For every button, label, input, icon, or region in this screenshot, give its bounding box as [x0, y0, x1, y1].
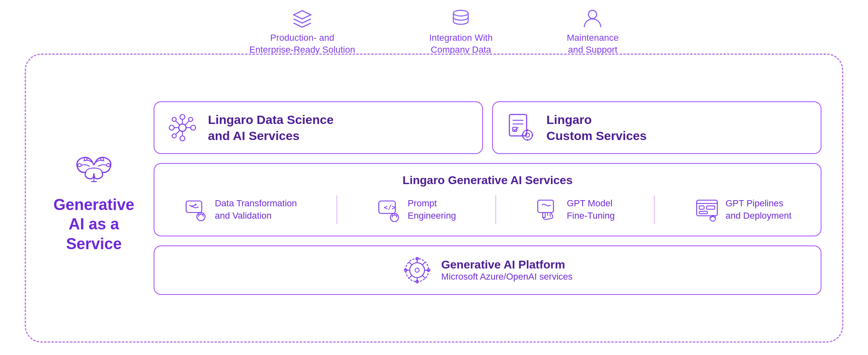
gen-ai-item-prompt: </> Prompt Engineering — [376, 197, 456, 222]
svg-line-22 — [185, 121, 189, 125]
svg-line-60 — [409, 262, 412, 265]
circuit-icon — [402, 255, 432, 285]
svg-line-21 — [176, 121, 180, 125]
svg-point-9 — [179, 124, 186, 131]
divider-2 — [495, 195, 496, 224]
top-icon-maintenance-label: Maintenance and Support — [567, 32, 618, 56]
code-icon: </> — [376, 197, 402, 222]
platform-box: Generative AI Platform Microsoft Azure/O… — [154, 245, 821, 295]
svg-point-12 — [169, 125, 174, 130]
svg-rect-50 — [699, 211, 707, 214]
svg-point-54 — [410, 263, 425, 278]
svg-rect-34 — [186, 201, 202, 213]
top-icon-integration-label: Integration With Company Data — [429, 32, 492, 56]
svg-line-23 — [176, 131, 180, 134]
svg-rect-48 — [699, 206, 704, 209]
data-science-box: Lingaro Data Science and AI Services — [154, 101, 483, 154]
touch-icon — [535, 197, 561, 222]
svg-rect-24 — [509, 114, 527, 136]
svg-point-55 — [415, 268, 419, 272]
svg-point-15 — [189, 117, 193, 121]
page-wrapper: Production- and Enterprise-Ready Solutio… — [0, 0, 868, 355]
divider-3 — [654, 195, 655, 224]
svg-line-63 — [422, 276, 425, 278]
top-icon-production-label: Production- and Enterprise-Ready Solutio… — [250, 32, 355, 56]
svg-point-11 — [180, 136, 185, 141]
network-icon — [166, 111, 199, 144]
dashboard-icon — [694, 197, 720, 222]
platform-title: Generative AI Platform — [441, 258, 572, 271]
svg-point-13 — [191, 125, 196, 130]
svg-point-3 — [78, 163, 81, 167]
gen-ai-item-finetuning-label: GPT Model Fine-Tuning — [567, 197, 615, 222]
layers-icon — [291, 7, 313, 30]
document-gear-icon — [504, 111, 537, 144]
left-label-section: Generative AI as a Service — [51, 142, 137, 254]
svg-line-61 — [422, 262, 425, 265]
svg-rect-49 — [707, 206, 715, 209]
gen-ai-item-transform-label: Data Transformation and Validation — [215, 197, 297, 222]
top-icon-production: Production- and Enterprise-Ready Solutio… — [250, 7, 355, 56]
svg-point-16 — [172, 134, 176, 138]
top-icons-row: Production- and Enterprise-Ready Solutio… — [0, 7, 868, 56]
svg-point-2 — [588, 10, 597, 19]
main-container: Generative AI as a Service — [25, 54, 843, 343]
svg-marker-0 — [294, 11, 311, 19]
right-content: Lingaro Data Science and AI Services — [154, 101, 821, 295]
svg-point-28 — [523, 130, 532, 140]
gen-ai-services-title: Lingaro Generative AI Services — [166, 174, 809, 187]
top-icon-integration: Integration With Company Data — [429, 7, 492, 56]
gen-ai-item-prompt-label: Prompt Engineering — [408, 197, 456, 222]
person-icon — [581, 7, 604, 30]
svg-point-4 — [107, 163, 110, 167]
gen-ai-item-pipelines: GPT Pipelines and Deployment — [694, 197, 791, 222]
gen-ai-item-finetuning: GPT Model Fine-Tuning — [535, 197, 615, 222]
generative-ai-label: Generative AI as a Service — [54, 195, 134, 254]
svg-point-1 — [453, 10, 468, 16]
custom-services-title: Lingaro Custom Services — [546, 112, 646, 144]
divider-1 — [336, 195, 337, 224]
top-icon-maintenance: Maintenance and Support — [567, 7, 618, 56]
custom-services-box: Lingaro Custom Services — [492, 101, 821, 154]
gen-ai-services-box: Lingaro Generative AI Services — [154, 163, 821, 236]
platform-text: Generative AI Platform Microsoft Azure/O… — [441, 258, 572, 282]
svg-point-10 — [180, 114, 185, 119]
database-icon — [450, 7, 472, 30]
transform-icon — [184, 197, 209, 222]
platform-subtitle: Microsoft Azure/OpenAI services — [441, 271, 572, 282]
brain-icon — [71, 142, 117, 188]
gen-ai-item-pipelines-label: GPT Pipelines and Deployment — [726, 197, 791, 222]
svg-line-62 — [409, 276, 412, 278]
svg-rect-45 — [538, 200, 553, 213]
gen-ai-item-transform: Data Transformation and Validation — [184, 197, 297, 222]
svg-point-14 — [172, 117, 176, 121]
gen-ai-services-items: Data Transformation and Validation </> — [166, 195, 809, 224]
svg-text:</>: </> — [384, 203, 396, 211]
data-science-title: Lingaro Data Science and AI Services — [208, 112, 334, 144]
top-service-row: Lingaro Data Science and AI Services — [154, 101, 821, 154]
